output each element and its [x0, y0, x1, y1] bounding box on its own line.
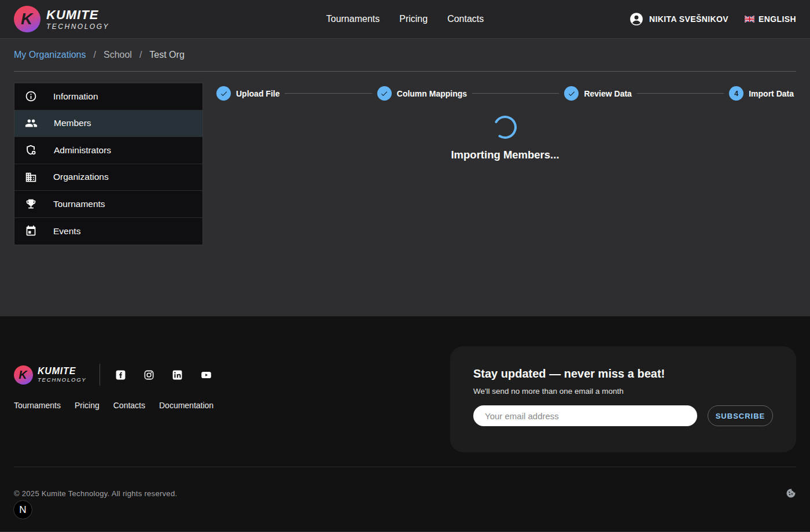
footer-link-contacts[interactable]: Contacts [113, 401, 145, 410]
logo-letter: K [19, 368, 27, 382]
step-upload-file: Upload File [216, 86, 279, 101]
social-links [115, 370, 212, 380]
breadcrumb-separator: / [139, 50, 142, 60]
account-circle-icon [629, 12, 644, 27]
copyright-text: © 2025 Kumite Technology. All rights res… [14, 489, 177, 498]
sidebar-item-information[interactable]: Information [14, 83, 203, 110]
sidebar-label: Organizations [53, 172, 109, 182]
sidebar-item-administrators[interactable]: Administrators [14, 137, 203, 164]
sidebar-label: Tournaments [53, 199, 105, 209]
sidebar-label: Information [53, 91, 98, 102]
members-icon [25, 117, 38, 130]
import-stepper: Upload File Column Mappings Review Data … [214, 83, 796, 101]
brand-tagline: TECHNOLOGY [46, 23, 109, 30]
info-icon [25, 90, 37, 102]
step-connector [472, 93, 559, 94]
footer-link-pricing[interactable]: Pricing [75, 401, 100, 410]
nextjs-dev-badge[interactable]: N [13, 500, 32, 519]
import-progress: Importing Members... [214, 114, 796, 161]
step-review-data: Review Data [564, 86, 631, 101]
user-menu[interactable]: NIKITA SVEŠNIKOV [629, 12, 728, 27]
import-wizard: Upload File Column Mappings Review Data … [214, 83, 796, 316]
kumite-logo-icon: K [14, 6, 41, 32]
step-completed-icon [377, 86, 392, 101]
sidebar-label: Administrators [54, 145, 111, 156]
sidebar-label: Members [54, 118, 91, 128]
org-sidebar: Information Members Administrators Organ… [14, 83, 203, 245]
sidebar-item-members[interactable]: Members [14, 110, 203, 138]
top-navbar: K KUMITE TECHNOLOGY Tournaments Pricing … [0, 0, 810, 39]
language-label: ENGLISH [759, 14, 796, 24]
footer-kumite-logo-icon[interactable]: K [14, 365, 33, 385]
loading-message: Importing Members... [451, 149, 559, 161]
step-label: Column Mappings [397, 89, 467, 98]
footer-link-documentation[interactable]: Documentation [159, 401, 213, 410]
breadcrumb-school: School [104, 50, 132, 60]
vertical-divider [100, 364, 100, 386]
sidebar-item-organizations[interactable]: Organizations [14, 164, 203, 191]
email-input[interactable] [473, 405, 697, 426]
building-icon [25, 171, 37, 183]
newsletter-title: Stay updated — never miss a beat! [473, 367, 773, 380]
sidebar-label: Events [53, 226, 80, 237]
youtube-icon[interactable] [200, 370, 212, 380]
admin-shield-icon [25, 144, 38, 157]
linkedin-icon[interactable] [172, 370, 183, 380]
step-label: Import Data [749, 89, 794, 98]
user-name: NIKITA SVEŠNIKOV [649, 14, 728, 24]
footer-links: Tournaments Pricing Contacts Documentati… [14, 401, 213, 410]
step-label: Review Data [584, 89, 631, 98]
step-column-mappings: Column Mappings [377, 86, 467, 101]
sidebar-item-tournaments[interactable]: Tournaments [14, 191, 203, 218]
loading-spinner-icon [492, 114, 518, 140]
page-footer: K KUMITE TECHNOLOGY [0, 316, 810, 531]
breadcrumb-separator: / [94, 50, 96, 60]
trophy-icon [25, 198, 37, 210]
nav-link-tournaments[interactable]: Tournaments [326, 14, 380, 24]
language-selector[interactable]: ENGLISH [745, 14, 796, 24]
newsletter-card: Stay updated — never miss a beat! We'll … [450, 346, 796, 452]
footer-link-tournaments[interactable]: Tournaments [14, 401, 61, 410]
check-icon [380, 90, 388, 98]
step-number-badge: 4 [729, 86, 743, 101]
breadcrumb-my-organizations[interactable]: My Organizations [14, 50, 86, 60]
step-label: Upload File [236, 89, 279, 98]
step-number: 4 [734, 90, 738, 98]
sidebar-item-events[interactable]: Events [14, 218, 203, 245]
nav-link-contacts[interactable]: Contacts [447, 14, 484, 24]
footer-brand-tagline: TECHNOLOGY [38, 377, 87, 383]
cookie-settings-icon[interactable] [786, 488, 796, 498]
step-completed-icon [564, 86, 579, 101]
dev-badge-letter: N [19, 504, 26, 516]
step-connector [637, 93, 724, 94]
instagram-icon[interactable] [143, 370, 154, 380]
nav-link-pricing[interactable]: Pricing [399, 14, 428, 24]
subscribe-button[interactable]: SUBSCRIBE [708, 405, 773, 426]
check-icon [568, 90, 576, 98]
breadcrumb-current: Test Org [149, 50, 184, 60]
footer-brand-name: KUMITE [38, 367, 87, 376]
step-connector [285, 93, 371, 94]
logo-letter: K [21, 10, 32, 28]
facebook-icon[interactable] [115, 370, 126, 380]
step-import-data: 4 Import Data [729, 86, 794, 101]
main-nav: Tournaments Pricing Contacts [326, 14, 484, 24]
step-completed-icon [216, 86, 231, 101]
brand-name: KUMITE [46, 9, 109, 21]
check-icon [220, 90, 228, 98]
breadcrumb: My Organizations / School / Test Org [14, 39, 796, 72]
uk-flag-icon [745, 16, 754, 23]
newsletter-subtitle: We'll send no more than one email a mont… [473, 387, 773, 396]
brand-logo[interactable]: K KUMITE TECHNOLOGY [14, 6, 109, 32]
calendar-icon [25, 225, 37, 237]
